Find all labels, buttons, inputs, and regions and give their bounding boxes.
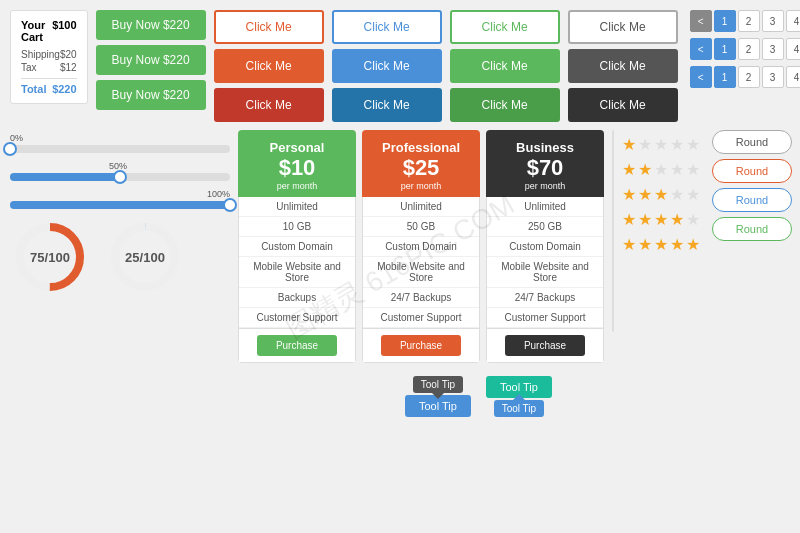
stars-section: ★ ★ ★ ★ ★ ★ ★ ★ ★ ★ ★ ★ ★ ★ [622,130,700,254]
round-btn-red[interactable]: Round [712,159,792,183]
donut-25: 25/100 [105,217,185,297]
donut-25-label: 25/100 [125,250,165,265]
professional-f5: 24/7 Backups [363,288,479,308]
buy-now-button-1[interactable]: Buy Now $220 [96,10,206,40]
click-me-green-outline[interactable]: Click Me [450,10,560,44]
donut-section: 75/100 25/100 [10,217,230,297]
pg-3-3[interactable]: 3 [762,66,784,88]
click-me-blue-dark[interactable]: Click Me [332,88,442,122]
pg-2-2[interactable]: 2 [738,38,760,60]
pg-prev-3[interactable]: < [690,66,712,88]
business-price: $70 [494,155,596,181]
star-5-5: ★ [686,235,700,254]
star-4-4: ★ [670,210,684,229]
star-2-2: ★ [638,160,652,179]
professional-price: $25 [370,155,472,181]
professional-f2: 50 GB [363,217,479,237]
total-value: $220 [52,83,76,95]
click-me-blue-outline[interactable]: Click Me [332,10,442,44]
pg-1-3[interactable]: 3 [762,10,784,32]
star-4-1: ★ [622,210,636,229]
pagination-row-2: < 1 2 3 4 5 6 ... 31 > [690,38,800,60]
pagination-row-3: < 1 2 3 4 5 6 ... 31 > [690,66,800,88]
professional-name: Professional [370,140,472,155]
business-f4: Mobile Website and Store [487,257,603,288]
stars-row-3[interactable]: ★ ★ ★ ★ ★ [622,185,700,204]
star-2-5: ★ [686,160,700,179]
shipping-label: Shipping [21,49,60,60]
click-me-red-fill[interactable]: Click Me [214,49,324,83]
cart-title: Your Cart [21,19,52,43]
pg-3-1[interactable]: 1 [714,66,736,88]
professional-f6: Customer Support [363,308,479,328]
pricing-professional: Professional $25 per month Unlimited 50 … [362,130,480,363]
click-me-gray-outline[interactable]: Click Me [568,10,678,44]
professional-purchase[interactable]: Purchase [381,335,461,356]
click-me-green-col: Click Me Click Me Click Me [450,10,560,122]
star-4-3: ★ [654,210,668,229]
professional-f1: Unlimited [363,197,479,217]
slider-100[interactable]: 100% [10,191,230,209]
stars-row-2[interactable]: ★ ★ ★ ★ ★ [622,160,700,179]
pagination-row-1: < 1 2 3 4 5 6 ... 31 > [690,10,800,32]
pg-prev-2[interactable]: < [690,38,712,60]
click-me-green-fill[interactable]: Click Me [450,49,560,83]
pg-1-1[interactable]: 1 [714,10,736,32]
star-1-2: ★ [638,135,652,154]
personal-f6: Customer Support [239,308,355,328]
click-me-red-dark[interactable]: Click Me [214,88,324,122]
tooltip-text-2: Tool Tip [494,400,544,417]
star-5-2: ★ [638,235,652,254]
shipping-val: $20 [60,49,77,60]
personal-name: Personal [246,140,348,155]
click-me-blue-fill[interactable]: Click Me [332,49,442,83]
star-4-2: ★ [638,210,652,229]
tax-val: $12 [60,62,77,73]
star-2-4: ★ [670,160,684,179]
slider-50[interactable]: 50% [10,163,230,181]
star-1-4: ★ [670,135,684,154]
pg-2-1[interactable]: 1 [714,38,736,60]
slider-0[interactable]: 0% [10,135,230,153]
click-me-red-outline[interactable]: Click Me [214,10,324,44]
pricing-section: Personal $10 per month Unlimited 10 GB C… [238,130,604,363]
pg-3-4[interactable]: 4 [786,66,800,88]
star-2-3: ★ [654,160,668,179]
personal-f2: 10 GB [239,217,355,237]
pg-1-4[interactable]: 4 [786,10,800,32]
business-f5: 24/7 Backups [487,288,603,308]
round-btn-blue[interactable]: Round [712,188,792,212]
pg-prev-1[interactable]: < [690,10,712,32]
buy-now-buttons: Buy Now $220 Buy Now $220 Buy Now $220 [96,10,206,110]
round-btn-gray[interactable]: Round [712,130,792,154]
personal-f4: Mobile Website and Store [239,257,355,288]
business-f6: Customer Support [487,308,603,328]
pg-2-4[interactable]: 4 [786,38,800,60]
star-5-3: ★ [654,235,668,254]
click-me-gray-col: Click Me Click Me Click Me [568,10,678,122]
click-me-green-dark[interactable]: Click Me [450,88,560,122]
stars-row-4[interactable]: ★ ★ ★ ★ ★ [622,210,700,229]
business-purchase[interactable]: Purchase [505,335,585,356]
calendar-grid: MO TU WE TH FR SA SU 1 2 [613,183,614,331]
personal-purchase[interactable]: Purchase [257,335,337,356]
business-f1: Unlimited [487,197,603,217]
stars-row-5[interactable]: ★ ★ ★ ★ ★ [622,235,700,254]
stars-row-1[interactable]: ★ ★ ★ ★ ★ [622,135,700,154]
star-1-5: ★ [686,135,700,154]
star-5-4: ★ [670,235,684,254]
click-me-gray-fill[interactable]: Click Me [568,49,678,83]
click-me-gray-dark[interactable]: Click Me [568,88,678,122]
pg-2-3[interactable]: 3 [762,38,784,60]
buy-now-button-2[interactable]: Buy Now $220 [96,45,206,75]
star-3-2: ★ [638,185,652,204]
star-4-5: ★ [686,210,700,229]
pg-1-2[interactable]: 2 [738,10,760,32]
business-f3: Custom Domain [487,237,603,257]
star-3-3: ★ [654,185,668,204]
round-btn-green[interactable]: Round [712,217,792,241]
personal-f3: Custom Domain [239,237,355,257]
pg-3-2[interactable]: 2 [738,66,760,88]
star-3-5: ★ [686,185,700,204]
buy-now-button-3[interactable]: Buy Now $220 [96,80,206,110]
